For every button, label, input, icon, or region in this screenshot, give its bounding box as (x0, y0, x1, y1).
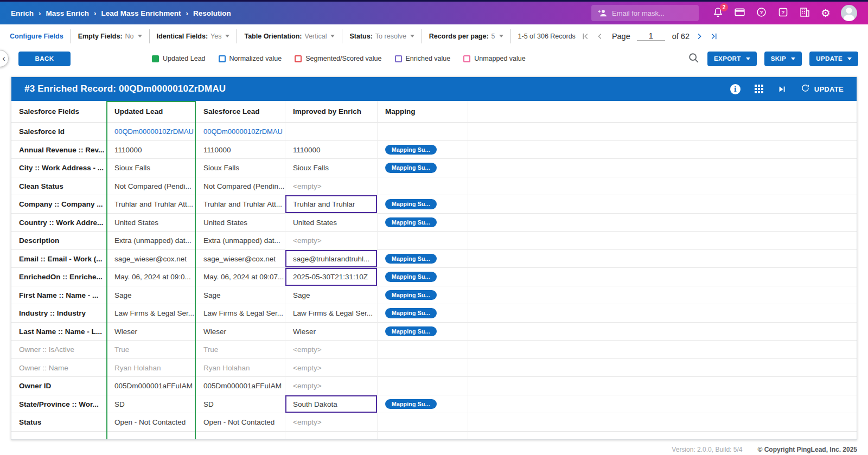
mapping-badge[interactable]: Mapping Su... (385, 163, 437, 173)
next-page-button[interactable] (694, 31, 704, 41)
mapping-cell: Mapping Su... (378, 250, 468, 268)
salesforce-lead-cell: Not Compared (Pendin... (196, 177, 285, 196)
chevron-down-icon (791, 57, 795, 60)
updated-lead-cell: True (107, 341, 196, 359)
mapping-badge[interactable]: Mapping Su... (385, 199, 437, 209)
field-name-cell: Country :: Work Addre... (11, 214, 107, 232)
legend-swatch (152, 55, 159, 62)
prev-page-button[interactable] (595, 31, 605, 41)
records-info: 1-5 of 306 Records (518, 33, 576, 40)
updated-lead-cell: Not Compared (Pendi... (107, 177, 196, 196)
breadcrumb-item[interactable]: Lead Mass Enrichment (101, 9, 181, 17)
field-name-cell: Owner :: IsActive (11, 341, 107, 359)
card-update-button[interactable]: UPDATE (801, 84, 844, 94)
page-input[interactable] (637, 31, 665, 41)
export-button[interactable]: EXPORT (707, 52, 757, 66)
notifications-button[interactable]: 2 (712, 7, 724, 20)
mapping-badge[interactable]: Mapping Su... (385, 326, 437, 337)
improved-by-enrich-cell: Truhlar and Truhlar (285, 195, 378, 214)
field-name-cell: State/Province :: Wor... (11, 395, 107, 414)
mapping-badge[interactable]: Mapping Su... (385, 254, 437, 264)
faq-button[interactable]: ? (777, 7, 789, 20)
mapping-badge[interactable]: Mapping Su... (385, 399, 437, 409)
filter-value: 5 (492, 33, 495, 40)
company-button[interactable] (799, 7, 810, 20)
improved-by-enrich-cell: Sage (285, 286, 378, 305)
record-card-header: #3 Enriched Record: 00QDm0000010ZrDMAU i… (11, 77, 857, 101)
updated-lead-cell: Extra (unmapped) dat... (107, 232, 196, 250)
column-header: Salesforce Lead (196, 101, 285, 123)
mapping-badge[interactable]: Mapping Su... (385, 217, 437, 228)
filler-cell (285, 432, 378, 440)
table-row: First Name :: Name - ...SageSageSageMapp… (11, 286, 857, 305)
breadcrumb-item[interactable]: Mass Enrich (46, 9, 90, 17)
mapping-badge[interactable]: Mapping Su... (385, 145, 437, 155)
filter-dropdown[interactable]: Table Orientation:Vertical (244, 33, 335, 40)
svg-text:?: ? (782, 9, 785, 15)
legend-label: Unmapped value (474, 55, 526, 62)
topbar: Enrich›Mass Enrich›Lead Mass Enrichment›… (0, 0, 868, 24)
email-mask-input[interactable] (612, 9, 688, 17)
updated-lead-cell[interactable]: 00QDm0000010ZrDMAU (107, 123, 196, 141)
mapping-cell: Mapping Su... (378, 214, 468, 232)
table-row: State/Province :: Wor...SDSDSouth Dakota… (11, 395, 857, 414)
update-label: UPDATE (816, 55, 843, 62)
back-button[interactable]: BACK (18, 52, 71, 66)
filter-dropdown[interactable]: Status:To resolve (349, 33, 414, 40)
record-table-header: Salesforce FieldsUpdated LeadSalesforce … (11, 101, 857, 123)
skip-button[interactable]: SKIP (764, 52, 802, 66)
update-button[interactable]: UPDATE (809, 52, 858, 66)
mapping-cell: Mapping Su... (378, 395, 468, 414)
skip-record-icon[interactable] (777, 85, 787, 94)
settings-button[interactable]: ⚙ (821, 8, 831, 18)
chevron-down-icon (847, 57, 852, 60)
mapping-badge[interactable]: Mapping Su... (385, 308, 437, 318)
filler-cell (468, 286, 857, 305)
salesforce-lead-cell: Sioux Falls (196, 159, 285, 177)
mapping-cell (378, 413, 468, 432)
mapping-badge[interactable]: Mapping Su... (385, 290, 437, 300)
search-button[interactable] (688, 52, 700, 66)
improved-by-enrich-cell (285, 123, 378, 141)
salesforce-lead-cell[interactable]: 00QDm0000010ZrDMAU (196, 123, 285, 141)
salesforce-lead-cell: 005Dm000001aFFuIAM (196, 377, 285, 395)
table-row-partial (11, 432, 857, 440)
grid-icon[interactable] (755, 85, 763, 93)
mapping-cell (378, 123, 468, 141)
filter-dropdown[interactable]: Empty Fields:No (78, 33, 142, 40)
configure-fields-link[interactable]: Configure Fields (10, 33, 63, 40)
divider (342, 29, 342, 43)
help-button[interactable]: ? (756, 7, 767, 20)
updated-lead-cell: Law Firms & Legal Ser... (107, 304, 196, 323)
email-mask-field[interactable] (591, 5, 699, 21)
filter-dropdown[interactable]: Identical Fields:Yes (157, 33, 230, 40)
mapping-cell (378, 377, 468, 395)
mapping-badge[interactable]: Mapping Su... (385, 272, 437, 282)
updated-lead-cell: Open - Not Contacted (107, 413, 196, 432)
filter-value: To resolve (375, 33, 406, 40)
chevron-down-icon (410, 35, 414, 37)
column-header: Improved by Enrich (285, 101, 378, 123)
billing-button[interactable] (734, 7, 745, 20)
field-name-cell: Description (11, 232, 107, 250)
avatar[interactable] (841, 5, 857, 21)
filler-cell (468, 359, 857, 377)
updated-lead-cell: 1110000 (107, 141, 196, 159)
collapse-nav-button[interactable]: ‹ (0, 50, 9, 67)
mapping-cell: Mapping Su... (378, 159, 468, 177)
breadcrumb-item[interactable]: Resolution (193, 9, 231, 17)
filter-bar: Configure Fields Empty Fields:NoIdentica… (0, 24, 868, 48)
mapping-cell: Mapping Su... (378, 141, 468, 159)
info-icon[interactable]: i (730, 84, 741, 94)
mapping-cell: Mapping Su... (378, 286, 468, 305)
mapping-cell (378, 177, 468, 196)
filter-dropdown[interactable]: Records per page:5 (429, 33, 503, 40)
table-row: Email :: Email - Work (...sage_wieser@co… (11, 250, 857, 268)
improved-by-enrich-cell: <empty> (285, 341, 378, 359)
improved-by-enrich-cell: <empty> (285, 232, 378, 250)
table-row: EnrichedOn :: Enriche...May. 06, 2024 at… (11, 268, 857, 286)
breadcrumb-item[interactable]: Enrich (11, 9, 34, 17)
field-name-cell: Owner ID (11, 377, 107, 395)
last-page-button[interactable] (709, 31, 719, 41)
first-page-button[interactable] (580, 31, 590, 41)
